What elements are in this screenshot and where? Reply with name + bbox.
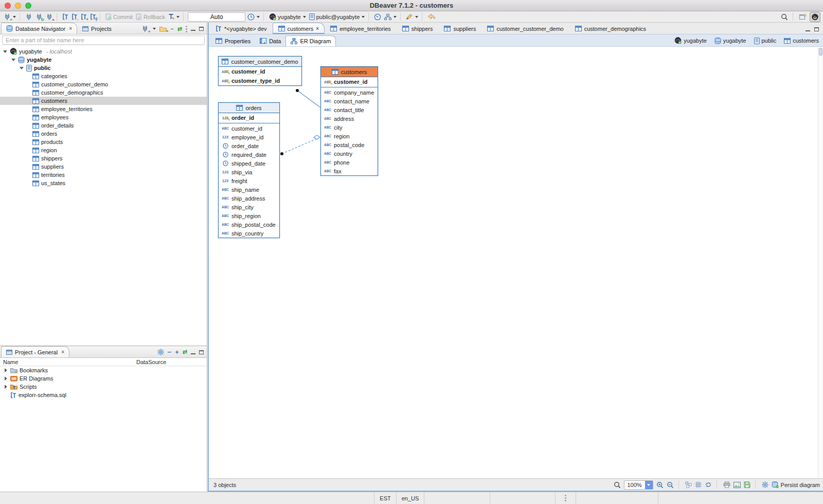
editor-tab-suppliers[interactable]: suppliers bbox=[438, 23, 481, 34]
status-handle-icon[interactable] bbox=[565, 495, 566, 501]
connect-button[interactable] bbox=[24, 12, 33, 22]
column-country[interactable]: ABCcountry bbox=[321, 149, 378, 158]
entity-customer_customer_demo[interactable]: customer_customer_demoABCcustomer_idABCc… bbox=[218, 56, 302, 86]
tree-item-customer_customer_demo[interactable]: customer_customer_demo bbox=[0, 80, 207, 88]
commit-button[interactable]: Commit bbox=[104, 12, 134, 22]
dbeaver-perspective-button[interactable] bbox=[810, 12, 820, 22]
breadcrumb-customers[interactable]: customers bbox=[784, 38, 819, 44]
tree-item-categories[interactable]: categories bbox=[0, 72, 207, 80]
column-required_date[interactable]: required_date bbox=[219, 150, 279, 159]
add-icon[interactable]: + bbox=[175, 348, 179, 356]
diagram-search-icon[interactable] bbox=[614, 481, 621, 489]
column-phone[interactable]: ABCphone bbox=[321, 158, 378, 167]
txn-mode-combo[interactable]: Auto bbox=[188, 12, 245, 22]
column-company_name[interactable]: ABCcompany_name bbox=[321, 88, 378, 97]
er-diagram-canvas[interactable]: customer_customer_demoABCcustomer_idABCc… bbox=[209, 47, 823, 478]
tab-projects[interactable]: Projects bbox=[77, 23, 117, 34]
column-ship_via[interactable]: 123ship_via bbox=[219, 168, 279, 176]
remove-icon[interactable]: − bbox=[168, 348, 172, 356]
column-order_date[interactable]: order_date bbox=[219, 141, 279, 150]
column-shipped_date[interactable]: shipped_date bbox=[219, 159, 279, 168]
column-datasource[interactable]: DataSource bbox=[136, 359, 166, 365]
print-diagram-icon[interactable] bbox=[723, 481, 730, 488]
column-customer_id[interactable]: ABCcustomer_id bbox=[321, 77, 378, 86]
tree-item-us_states[interactable]: us_states bbox=[0, 179, 207, 187]
tree-item-territories[interactable]: territories bbox=[0, 171, 207, 179]
column-city[interactable]: ABCcity bbox=[321, 123, 378, 132]
tree-item-employees[interactable]: employees bbox=[0, 113, 207, 121]
column-customer_type_id[interactable]: ABCcustomer_type_id bbox=[219, 76, 301, 85]
new-connection-button[interactable]: + bbox=[3, 12, 17, 22]
minimize-editor-icon[interactable] bbox=[806, 27, 810, 31]
editor-tab-customer-demographics[interactable]: customer_demographics bbox=[569, 23, 652, 34]
close-tab-icon[interactable]: × bbox=[316, 26, 319, 31]
dashboard-button[interactable] bbox=[373, 12, 382, 22]
tree-item-products[interactable]: products bbox=[0, 138, 207, 146]
column-customer_id[interactable]: ABCcustomer_id bbox=[219, 67, 301, 76]
txn-history-button[interactable] bbox=[246, 12, 261, 22]
tree-item-customers[interactable]: customers bbox=[0, 97, 207, 105]
active-schema-combo[interactable]: public@yugabyte bbox=[308, 12, 366, 22]
column-ship_name[interactable]: ABCship_name bbox=[219, 185, 279, 194]
subtab-properties[interactable]: Properties bbox=[211, 35, 255, 46]
export-image-icon[interactable] bbox=[733, 482, 741, 488]
link-icon[interactable]: ⇄ bbox=[183, 349, 187, 355]
persist-diagram-button[interactable]: Persist diagram bbox=[772, 481, 820, 488]
column-name[interactable]: Name bbox=[0, 359, 136, 365]
tree-item-database[interactable]: yugabyte bbox=[0, 56, 207, 64]
tree-item-employee_territories[interactable]: employee_territories bbox=[0, 105, 207, 113]
chevron-down-icon[interactable] bbox=[153, 28, 156, 30]
open-perspective-button[interactable] bbox=[798, 12, 808, 22]
project-item-er-diagrams[interactable]: ER Diagrams bbox=[0, 374, 207, 383]
column-contact_name[interactable]: ABCcontact_name bbox=[321, 97, 378, 105]
disconnect-button[interactable]: × bbox=[45, 12, 54, 22]
column-ship_postal_code[interactable]: ABCship_postal_code bbox=[219, 220, 279, 229]
compare-structures-button[interactable] bbox=[383, 12, 398, 22]
column-contact_title[interactable]: ABCcontact_title bbox=[321, 105, 378, 114]
auto-layout-icon[interactable] bbox=[685, 481, 692, 488]
tab-database-navigator[interactable]: Database Navigator × bbox=[1, 23, 77, 34]
entity-header[interactable]: orders bbox=[219, 103, 279, 113]
back-button[interactable] bbox=[426, 12, 436, 22]
new-connection-icon[interactable]: + bbox=[141, 25, 149, 32]
column-ship_address[interactable]: ABCship_address bbox=[219, 194, 279, 203]
tree-item-schema[interactable]: public bbox=[0, 64, 207, 72]
tree-item-orders[interactable]: orders bbox=[0, 130, 207, 138]
maximize-view-icon[interactable] bbox=[199, 350, 204, 354]
tree-item-suppliers[interactable]: suppliers bbox=[0, 163, 207, 171]
editor-tab-employee-territories[interactable]: employee_territories bbox=[325, 23, 397, 34]
editor-tab--yugabyte-dev[interactable]: *<yugabyte> dev bbox=[210, 23, 273, 34]
editor-tab-shippers[interactable]: shippers bbox=[397, 23, 439, 34]
minimize-view-icon[interactable] bbox=[191, 27, 195, 31]
transaction-log-button[interactable] bbox=[167, 12, 181, 22]
editor-tab-customer-customer-demo[interactable]: customer_customer_demo bbox=[481, 23, 569, 34]
reconnect-button[interactable]: ↻ bbox=[34, 12, 44, 22]
search-button[interactable] bbox=[780, 12, 789, 22]
zoom-out-icon[interactable] bbox=[667, 481, 674, 489]
rollback-button[interactable]: Rollback bbox=[135, 12, 166, 22]
vertical-scrollbar[interactable] bbox=[818, 47, 823, 478]
tree-item-connection[interactable]: yugabyte - localhost bbox=[0, 47, 207, 56]
project-item-scripts[interactable]: Scripts bbox=[0, 383, 207, 391]
maximize-editor-icon[interactable] bbox=[814, 27, 819, 31]
zoom-level-combo[interactable]: 100% bbox=[624, 480, 653, 490]
column-fax[interactable]: ABCfax bbox=[321, 167, 378, 175]
entity-header[interactable]: customer_customer_demo bbox=[219, 57, 301, 67]
tree-item-shippers[interactable]: shippers bbox=[0, 154, 207, 163]
column-employee_id[interactable]: 123employee_id bbox=[219, 133, 279, 141]
zoom-dropdown-icon[interactable] bbox=[645, 481, 653, 489]
breadcrumb-yugabyte[interactable]: yugabyte bbox=[714, 38, 746, 44]
close-icon[interactable]: × bbox=[69, 26, 72, 31]
refresh-diagram-icon[interactable] bbox=[705, 481, 712, 488]
generate-sql-button[interactable] bbox=[405, 12, 419, 22]
minimize-window-button[interactable] bbox=[15, 3, 21, 9]
entity-header[interactable]: customers bbox=[321, 67, 378, 77]
editor-tab-customers[interactable]: customers× bbox=[273, 23, 325, 34]
gear-icon[interactable] bbox=[157, 349, 164, 355]
tab-project-general[interactable]: Project - General × bbox=[1, 346, 69, 357]
project-item-bookmarks[interactable]: Bookmarks bbox=[0, 366, 207, 374]
project-item-explorr-schema-sql[interactable]: explorr-schema.sql bbox=[0, 391, 207, 399]
new-folder-icon[interactable]: + bbox=[159, 26, 167, 32]
minimize-view-icon[interactable] bbox=[191, 350, 195, 354]
toggle-grid-icon[interactable] bbox=[695, 481, 702, 488]
